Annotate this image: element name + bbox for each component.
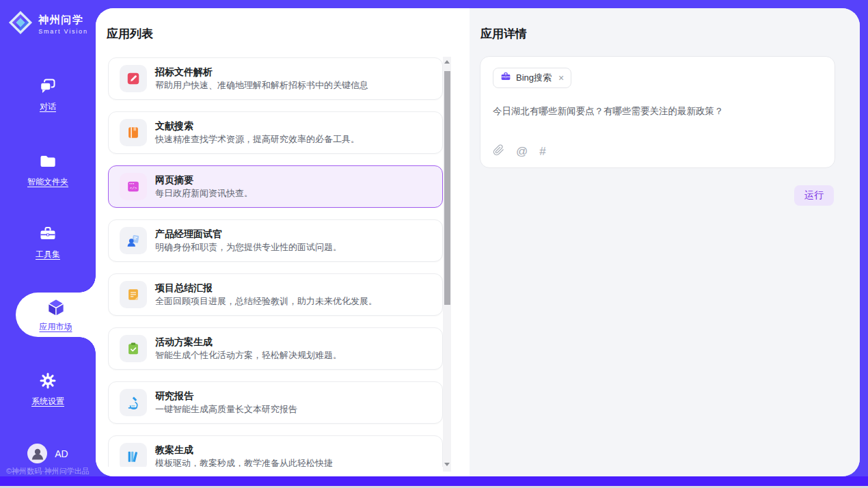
app-desc: 快速精准查找学术资源，提高研究效率的必备工具。	[155, 133, 360, 146]
app-name: 教案生成	[155, 444, 333, 457]
folder-icon	[38, 152, 57, 174]
app-name: 活动方案生成	[155, 336, 342, 349]
book-icon	[120, 119, 147, 146]
svg-text:</>: </>	[130, 186, 137, 191]
app-list-panel: 应用列表 招标文件解析 帮助用户快速、准确地理解和解析招标书中的关键信息	[96, 8, 470, 476]
app-desc: 每日政府新闻资讯快查。	[155, 187, 253, 200]
app-desc: 智能生成个性化活动方案，轻松解决规划难题。	[155, 349, 342, 362]
user-profile[interactable]: AD	[0, 444, 96, 463]
microscope-icon	[120, 389, 147, 416]
app-card-event-plan[interactable]: 活动方案生成 智能生成个性化活动方案，轻松解决规划难题。	[108, 327, 443, 370]
app-card-literature-search[interactable]: 文献搜索 快速精准查找学术资源，提高研究效率的必备工具。	[108, 111, 443, 154]
scrollbar-down-arrow[interactable]	[444, 463, 450, 468]
user-name: AD	[55, 448, 68, 459]
cube-icon	[46, 297, 66, 320]
sidebar-item-chat[interactable]: 对话	[0, 77, 96, 113]
toolbox-icon	[38, 224, 57, 246]
app-card-bid-parse[interactable]: 招标文件解析 帮助用户快速、准确地理解和解析招标书中的关键信息	[108, 57, 443, 100]
note-icon	[120, 281, 147, 308]
prompt-card[interactable]: Bing搜索 × 今日湖北有哪些新闻要点？有哪些需要关注的最新政策？ @ #	[480, 56, 835, 168]
app-desc: 全面回顾项目进展，总结经验教训，助力未来优化发展。	[155, 295, 377, 308]
app-card-project-summary[interactable]: 项目总结汇报 全面回顾项目进展，总结经验教训，助力未来优化发展。	[108, 273, 443, 316]
brand-diamond-icon	[8, 10, 33, 38]
sidebar-item-label: 工具集	[36, 249, 60, 260]
interviewer-icon	[120, 227, 147, 254]
sidebar-item-label: 对话	[40, 101, 56, 113]
sidebar-item-smart-folder[interactable]: 智能文件夹	[0, 152, 96, 188]
edit-document-icon	[120, 65, 147, 92]
brand-name: 神州问学	[38, 14, 87, 27]
list-scrollbar[interactable]	[443, 57, 451, 472]
prompt-text[interactable]: 今日湖北有哪些新闻要点？有哪些需要关注的最新政策？	[493, 105, 822, 118]
browser-code-icon: </>	[120, 173, 147, 200]
sidebar-item-label: 系统设置	[31, 396, 64, 407]
sidebar-item-label: 智能文件夹	[27, 176, 68, 188]
hash-icon[interactable]: #	[539, 146, 545, 157]
scrollbar-up-arrow[interactable]	[444, 60, 450, 66]
content-area: 应用列表 招标文件解析 帮助用户快速、准确地理解和解析招标书中的关键信息	[96, 8, 860, 476]
app-name: 产品经理面试官	[155, 228, 342, 241]
app-card-research-report[interactable]: 研究报告 一键智能生成高质量长文本研究报告	[108, 381, 443, 424]
sidebar-item-settings[interactable]: 系统设置	[0, 371, 96, 407]
app-desc: 明确身份和职责，为您提供专业性的面试问题。	[155, 241, 342, 254]
chat-icon	[38, 77, 57, 98]
at-mention-icon[interactable]: @	[516, 146, 528, 157]
app-name: 文献搜索	[155, 120, 360, 133]
sidebar-item-app-market[interactable]: 应用市场	[16, 293, 96, 337]
paperclip-icon[interactable]	[493, 144, 504, 159]
prompt-toolbar: @ #	[493, 144, 546, 159]
books-icon	[120, 443, 147, 467]
app-card-web-summary[interactable]: </> 网页摘要 每日政府新闻资讯快查。	[108, 165, 443, 208]
bottom-accent-bar	[0, 476, 868, 486]
sidebar: 神州问学 Smart Vision 对话 智能文件夹	[0, 0, 96, 488]
app-name: 网页摘要	[155, 174, 253, 187]
app-name: 项目总结汇报	[155, 282, 377, 295]
remove-tag-button[interactable]: ×	[558, 73, 564, 83]
app-card-lesson-plan[interactable]: 教案生成 模板驱动，教案秒成，教学准备从此轻松快捷	[108, 435, 443, 467]
sidebar-item-toolset[interactable]: 工具集	[0, 224, 96, 260]
brand-logo: 神州问学 Smart Vision	[0, 10, 96, 38]
app-detail-panel: 应用详情 Bing搜索 × 今日湖北有哪些新闻要点？有哪些需要关注的最新政	[470, 8, 860, 476]
copyright-footer: ©神州数码·神州问学出品	[6, 466, 90, 476]
tag-label: Bing搜索	[516, 72, 552, 84]
clipboard-check-icon	[120, 335, 147, 362]
app-card-pm-interviewer[interactable]: 产品经理面试官 明确身份和职责，为您提供专业性的面试问题。	[108, 219, 443, 262]
sidebar-item-label: 应用市场	[40, 321, 72, 333]
tool-tag-bing-search[interactable]: Bing搜索 ×	[493, 68, 571, 88]
scrollbar-thumb[interactable]	[444, 71, 450, 305]
active-item-top-curve	[79, 276, 96, 293]
active-item-bottom-curve	[79, 337, 96, 353]
app-name: 研究报告	[155, 390, 297, 403]
app-name: 招标文件解析	[155, 66, 368, 79]
briefcase-icon	[500, 71, 511, 85]
gear-icon	[38, 371, 57, 393]
app-desc: 帮助用户快速、准确地理解和解析招标书中的关键信息	[155, 79, 368, 92]
app-card-list: 招标文件解析 帮助用户快速、准确地理解和解析招标书中的关键信息 文献搜索	[108, 57, 443, 467]
app-detail-title: 应用详情	[480, 26, 527, 42]
avatar	[27, 444, 47, 463]
app-desc: 一键智能生成高质量长文本研究报告	[155, 403, 297, 416]
app-desc: 模板驱动，教案秒成，教学准备从此轻松快捷	[155, 457, 333, 467]
run-button[interactable]: 运行	[794, 185, 834, 206]
app-list-title: 应用列表	[107, 26, 153, 42]
brand-subtitle: Smart Vision	[38, 28, 87, 35]
